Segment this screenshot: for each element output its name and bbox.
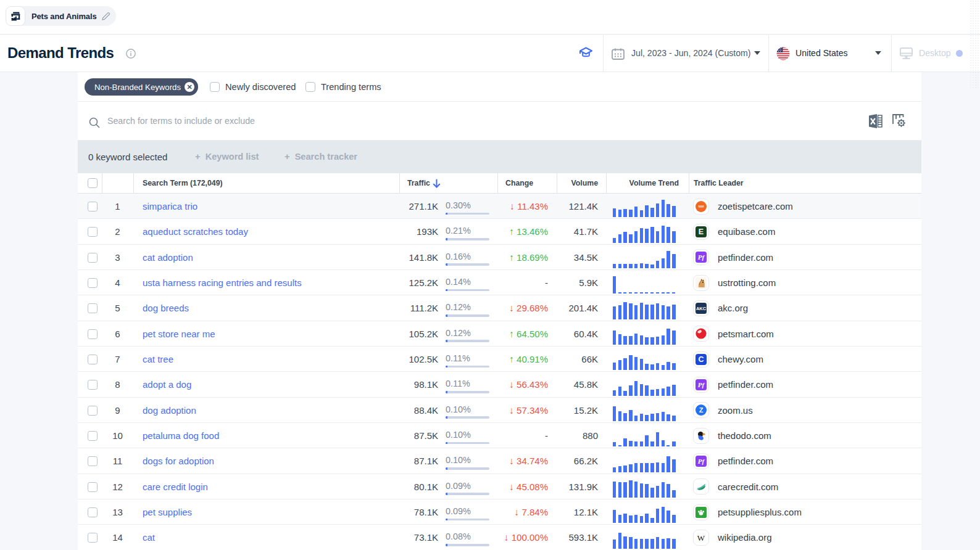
svg-text:C: C bbox=[698, 355, 704, 364]
svg-text:Pf: Pf bbox=[698, 253, 705, 261]
svg-text:Pf: Pf bbox=[698, 458, 705, 465]
svg-text:Z: Z bbox=[699, 406, 704, 414]
svg-text:W: W bbox=[697, 533, 705, 543]
svg-text:AKC: AKC bbox=[696, 306, 707, 311]
svg-text:Pf: Pf bbox=[698, 381, 705, 388]
svg-text:E: E bbox=[699, 228, 704, 236]
